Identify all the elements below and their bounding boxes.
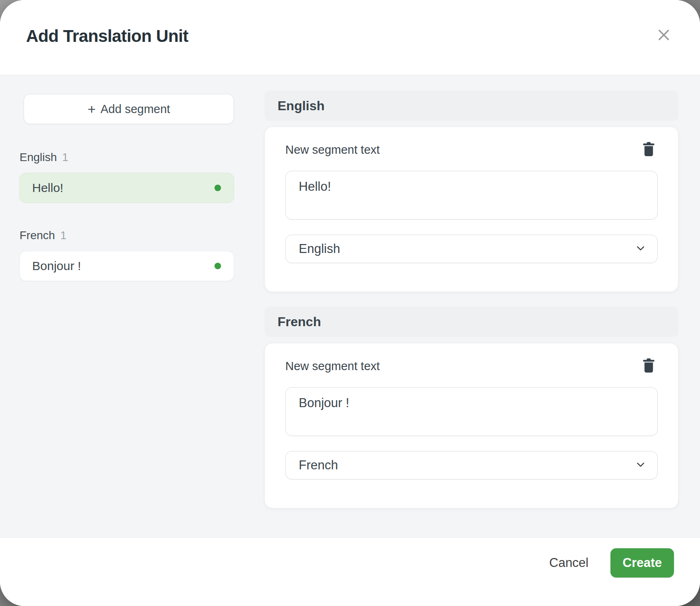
segment-text: Bonjour ! — [32, 259, 81, 273]
segment-editor-card-french: New segment text Bonjour ! French — [265, 343, 678, 508]
section-header-french: French — [265, 307, 678, 337]
add-translation-unit-modal: Add Translation Unit + Add segment Engli… — [0, 0, 700, 606]
language-select-french[interactable]: French — [285, 451, 658, 480]
group-language: French — [20, 229, 55, 242]
modal-footer: Cancel Create — [0, 538, 700, 606]
sidebar-group-label-french: French1 — [20, 229, 66, 242]
segment-list-item-french[interactable]: Bonjour ! — [20, 251, 234, 281]
chevron-down-icon — [634, 242, 647, 256]
section-header-english: English — [265, 91, 678, 121]
segment-text-input[interactable]: Bonjour ! — [285, 387, 658, 436]
group-language: English — [20, 151, 57, 163]
language-select-value: French — [299, 458, 338, 473]
segment-text-label: New segment text — [285, 360, 380, 373]
cancel-button[interactable]: Cancel — [549, 548, 589, 578]
card-header-row: New segment text — [285, 357, 658, 375]
screen-backdrop: Add Translation Unit + Add segment Engli… — [0, 0, 700, 606]
section-heading: French — [278, 314, 321, 329]
sidebar-group-label-english: English1 — [20, 151, 68, 164]
segment-editor-card-english: New segment text Hello! English — [265, 126, 678, 292]
close-icon — [657, 28, 670, 43]
segment-status-dot — [214, 263, 221, 269]
chevron-down-icon — [634, 458, 647, 472]
delete-segment-button[interactable] — [640, 141, 658, 159]
trash-icon — [642, 358, 656, 375]
delete-segment-button[interactable] — [640, 357, 658, 375]
segment-list-item-english[interactable]: Hello! — [20, 173, 234, 203]
modal-title: Add Translation Unit — [26, 27, 188, 46]
modal-header: Add Translation Unit — [0, 0, 700, 75]
section-heading: English — [278, 98, 325, 113]
segment-text-label: New segment text — [285, 143, 380, 157]
segment-text: Hello! — [32, 181, 63, 195]
language-select-value: English — [299, 242, 340, 256]
add-segment-label: Add segment — [101, 102, 170, 116]
create-button[interactable]: Create — [610, 548, 674, 578]
segment-text-input[interactable]: Hello! — [285, 171, 658, 220]
group-count-badge: 1 — [62, 151, 68, 163]
close-button[interactable] — [652, 23, 676, 48]
group-count-badge: 1 — [60, 229, 66, 242]
language-select-english[interactable]: English — [285, 235, 658, 263]
add-segment-button[interactable]: + Add segment — [24, 94, 234, 124]
modal-body: + Add segment English1 Hello! French1 Bo… — [0, 75, 700, 538]
segment-status-dot — [214, 185, 221, 191]
plus-icon: + — [88, 103, 96, 115]
card-header-row: New segment text — [285, 141, 658, 159]
trash-icon — [642, 142, 656, 158]
